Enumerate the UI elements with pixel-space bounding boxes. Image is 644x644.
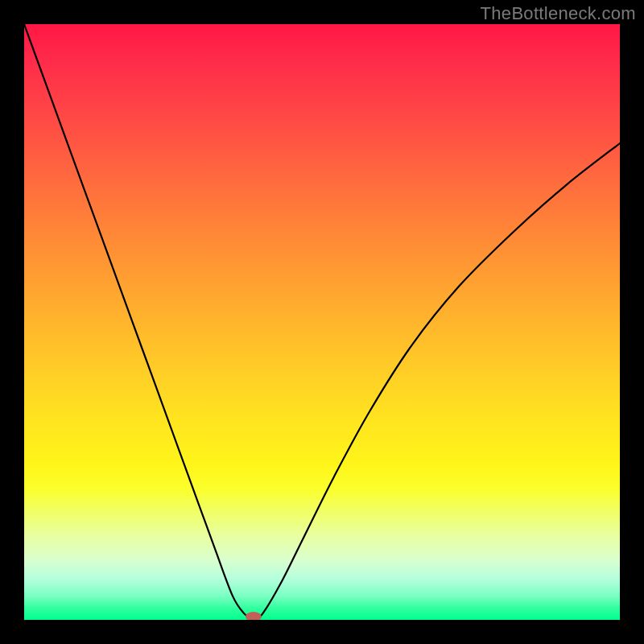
watermark-text: TheBottleneck.com (481, 3, 636, 24)
chart-frame: TheBottleneck.com (0, 0, 644, 644)
chart-plot-area (24, 24, 620, 620)
minimum-marker (246, 612, 262, 620)
chart-svg (24, 24, 620, 620)
bottleneck-curve (24, 24, 620, 620)
